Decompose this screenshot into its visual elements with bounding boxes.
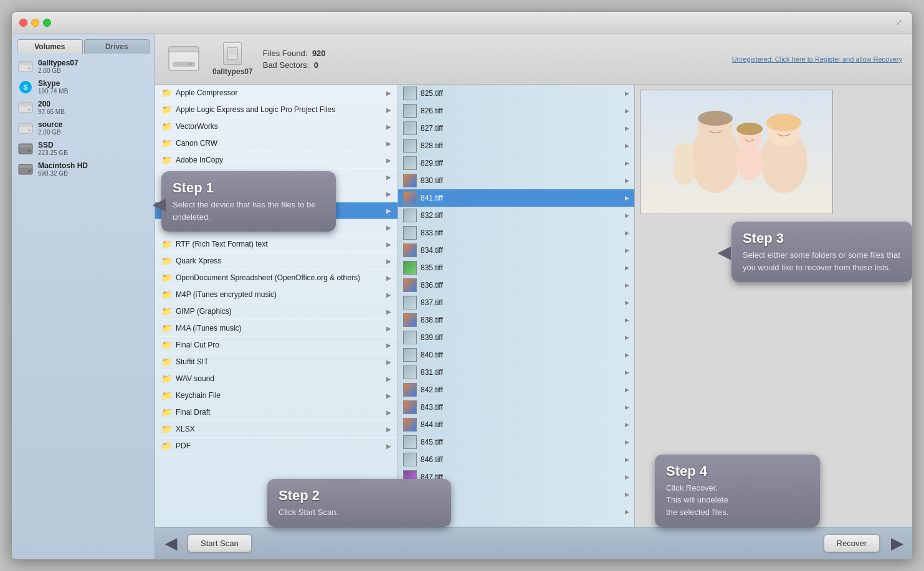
file-name: 840.tiff xyxy=(421,351,621,359)
minimize-button[interactable] xyxy=(31,19,39,27)
thumb-image xyxy=(404,157,416,169)
sidebar-drive-item[interactable]: 0alltypes07 2.00 GB xyxy=(12,56,155,77)
file-list-item[interactable]: 830.tiff ▶ xyxy=(398,172,634,189)
file-list-item[interactable]: 832.tiff ▶ xyxy=(398,207,634,224)
folder-list-item[interactable]: 📁 OpenDocument Spreadsheet (OpenOffice.o… xyxy=(155,270,398,286)
file-list-item[interactable]: 837.tiff ▶ xyxy=(398,294,634,311)
folder-icon: 📁 xyxy=(161,88,172,98)
folder-list-item[interactable]: 📁 M4P (iTunes encrypted music) ▶ xyxy=(155,286,398,303)
folder-chevron: ▶ xyxy=(386,342,391,349)
folder-list-item[interactable]: 📁 WAV sound ▶ xyxy=(155,370,398,387)
folder-list-item[interactable]: 📁 XLSX ▶ xyxy=(155,421,398,438)
folder-item-left: 📁 Keychain File xyxy=(161,390,221,400)
folder-list-item[interactable]: 📁 Apple Compressor ▶ xyxy=(155,85,398,101)
folder-list-item[interactable]: 📁 PDF ▶ xyxy=(155,438,398,455)
file-list-item[interactable]: 841.tiff ▶ xyxy=(398,189,634,207)
folder-name: Canon CRW xyxy=(176,139,217,148)
file-list-item[interactable]: 843.tiff ▶ xyxy=(398,399,634,416)
recover-button[interactable]: Recover xyxy=(824,534,880,552)
folder-list-item[interactable]: 📁 RTF (Rich Text Format) text ▶ xyxy=(155,236,398,253)
sidebar-drive-item[interactable]: source 2.00 GB xyxy=(12,118,155,138)
folder-list-item[interactable]: 📁 VectorWorks ▶ xyxy=(155,118,398,135)
file-list-item[interactable]: 846.tiff ▶ xyxy=(398,451,634,468)
file-chevron: ▶ xyxy=(625,456,629,463)
maximize-button[interactable] xyxy=(43,19,51,27)
file-list-item[interactable]: 831.tiff ▶ xyxy=(398,364,634,381)
file-list-item[interactable]: 833.tiff ▶ xyxy=(398,224,634,242)
sidebar-drive-item[interactable]: SSD 223.25 GB xyxy=(12,138,155,159)
file-list-item[interactable]: 844.tiff ▶ xyxy=(398,416,634,433)
svg-point-18 xyxy=(188,62,192,66)
file-list-item[interactable]: 826.tiff ▶ xyxy=(398,102,634,120)
folder-list-item[interactable]: 📁 GIMP (Graphics) ▶ xyxy=(155,303,398,320)
file-list-item[interactable]: 835.tiff ▶ xyxy=(398,259,634,276)
file-chevron: ▶ xyxy=(625,177,629,184)
file-name: 826.tiff xyxy=(421,106,621,115)
step1-callout: Step 1 Select the device that has the fi… xyxy=(161,171,336,232)
sidebar-drive-item[interactable]: S Skype 190.74 MB xyxy=(12,77,155,97)
file-list-item[interactable]: 825.tiff ▶ xyxy=(398,85,634,102)
file-list-item[interactable]: 827.tiff ▶ xyxy=(398,120,634,137)
drive-size: 698.32 GB xyxy=(38,170,88,177)
preview-image xyxy=(640,90,833,214)
file-thumbnail xyxy=(403,261,417,275)
file-list-item[interactable]: 829.tiff ▶ xyxy=(398,154,634,172)
folder-list-item[interactable]: 📁 Adobe InCopy ▶ xyxy=(155,152,398,169)
sidebar-drive-item[interactable]: Macintosh HD 698.32 GB xyxy=(12,159,155,179)
file-chevron: ▶ xyxy=(625,352,629,358)
step2-callout: Step 2 Click Start Scan. xyxy=(267,479,451,527)
step4-callout: Step 4 Click Recover.This will undeletet… xyxy=(655,455,820,527)
file-list-item[interactable]: 840.tiff ▶ xyxy=(398,346,634,364)
folder-chevron: ▶ xyxy=(386,224,391,231)
folder-list-item[interactable]: 📁 Stuffit SIT ▶ xyxy=(155,354,398,370)
folder-list-item[interactable]: 📁 Keychain File ▶ xyxy=(155,387,398,404)
folder-icon: 📁 xyxy=(161,273,172,283)
drive-info: 0alltypes07 2.00 GB xyxy=(38,59,79,74)
file-list-item[interactable]: 836.tiff ▶ xyxy=(398,276,634,294)
folder-icon: 📁 xyxy=(161,424,172,434)
step2-text: Click Start Scan. xyxy=(279,506,440,519)
folder-list-item[interactable]: 📁 Quark Xpress ▶ xyxy=(155,253,398,270)
file-chevron: ▶ xyxy=(625,300,629,306)
drive-name: 200 xyxy=(38,100,65,108)
file-thumbnail xyxy=(403,139,417,153)
file-thumbnail xyxy=(403,348,417,362)
file-chevron: ▶ xyxy=(625,317,629,323)
start-scan-button[interactable]: Start Scan xyxy=(188,534,252,552)
folder-list-item[interactable]: 📁 Canon CRW ▶ xyxy=(155,135,398,152)
thumb-image xyxy=(404,262,416,274)
file-chevron: ▶ xyxy=(625,160,629,166)
file-name: 831.tiff xyxy=(421,368,621,377)
sidebar-drive-item[interactable]: 200 97.66 MB xyxy=(12,97,155,118)
folder-item-left: 📁 Apple Compressor xyxy=(161,88,237,98)
register-link[interactable]: Unregistered: Click here to Register and… xyxy=(732,55,902,63)
tab-drives[interactable]: Drives xyxy=(84,39,150,54)
file-name: 841.tiff xyxy=(421,194,621,202)
file-name: 839.tiff xyxy=(421,333,621,342)
step1-text: Select the device that has the files to … xyxy=(173,199,325,223)
titlebar: ⤢ xyxy=(12,12,912,34)
skype-icon: S xyxy=(17,80,34,94)
folder-name: Apple Logic Express and Logic Pro Projec… xyxy=(176,105,335,114)
tab-volumes[interactable]: Volumes xyxy=(17,39,83,54)
folder-list-item[interactable]: 📁 M4A (iTunes music) ▶ xyxy=(155,320,398,337)
folder-icon: 📁 xyxy=(161,256,172,266)
file-list-item[interactable]: 834.tiff ▶ xyxy=(398,242,634,259)
header-right: Unregistered: Click here to Register and… xyxy=(336,55,902,63)
folder-list-item[interactable]: 📁 Final Cut Pro ▶ xyxy=(155,337,398,354)
file-list-item[interactable]: 828.tiff ▶ xyxy=(398,137,634,154)
folder-list-item[interactable]: 📁 Final Draft ▶ xyxy=(155,404,398,421)
step4-text: Click Recover.This will undeletethe sele… xyxy=(666,482,809,519)
file-list-item[interactable]: 839.tiff ▶ xyxy=(398,329,634,346)
file-list-item[interactable]: 838.tiff ▶ xyxy=(398,311,634,329)
file-list-item[interactable]: 845.tiff ▶ xyxy=(398,433,634,451)
file-list-item[interactable]: 842.tiff ▶ xyxy=(398,381,634,399)
close-button[interactable] xyxy=(19,19,27,27)
folder-list-item[interactable]: 📁 Apple Logic Express and Logic Pro Proj… xyxy=(155,101,398,118)
folder-name: Keychain File xyxy=(176,391,221,400)
file-thumbnail xyxy=(403,156,417,170)
thumb-image xyxy=(404,453,416,466)
file-thumbnail xyxy=(403,191,417,205)
file-thumbnail xyxy=(403,383,417,397)
thumb-image xyxy=(404,436,416,448)
